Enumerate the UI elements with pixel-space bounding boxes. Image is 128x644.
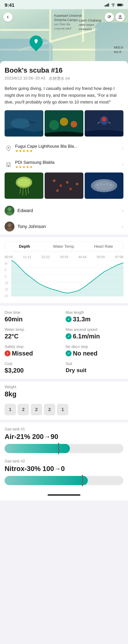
svg-rect-24 (9, 164, 10, 164)
gas-tank-section: Gas tank #1 Air-21% 200→90 Gas tank #2 N… (0, 422, 128, 491)
section-separator-3 (0, 379, 128, 381)
gas-bar-1 (4, 444, 70, 453)
chart-svg-area (11, 260, 124, 296)
external-link-button[interactable] (105, 12, 114, 22)
location-item-pdi[interactable]: PDI Samsung Blabla ★★★★★ › (4, 156, 124, 172)
svg-point-13 (60, 118, 68, 126)
svg-point-47 (100, 183, 101, 185)
location-name-pdi: PDI Samsung Blabla (15, 160, 120, 165)
pin-icon (33, 38, 39, 46)
map-label-laemchabang: Laem Chabangเทศบาลนครแหลมฉบัง (79, 18, 101, 31)
gas-bar-2 (4, 476, 88, 485)
location-info-lighthouse: Fugui Cape Lighthouse Bla Bla... ★★★★★ (15, 144, 120, 153)
svg-point-50 (110, 184, 111, 186)
svg-rect-42 (45, 172, 83, 199)
svg-rect-0 (105, 5, 106, 6)
location-info-pdi: PDI Samsung Blabla ★★★★★ (15, 160, 120, 169)
share-button[interactable] (116, 12, 125, 22)
weight-icon-3: 2 (31, 404, 42, 415)
gas-tank-1-label: Gas tank #1 (4, 422, 124, 432)
svg-point-46 (97, 184, 98, 186)
stat-value-suit: Dry suit (66, 367, 124, 374)
dive-equipment: 水肺潛水 #4 (49, 76, 70, 81)
guide-list: Edward › Tony Johnson › (4, 203, 124, 234)
map-area: Kasetsart UniversitSriracha Campuมหาวิทย… (0, 9, 128, 65)
svg-point-10 (11, 118, 30, 128)
guide-name-tony: Tony Johnson (17, 224, 120, 229)
weight-value: 8kg (4, 390, 124, 398)
gas-bar-2-wrap (4, 476, 124, 485)
svg-point-49 (107, 183, 108, 185)
weight-icon-2: 2 (18, 404, 29, 415)
photo-jellyfish[interactable] (4, 172, 43, 199)
chart-section: Depth Water Temp. Heart Rate 00:00 11:11… (0, 237, 128, 303)
svg-rect-2 (107, 4, 108, 6)
dive-date: 2023/6/12 15:56~20:43 (4, 76, 45, 81)
location-list: Fugui Cape Lighthouse Bla Bla... ★★★★★ ›… (4, 140, 124, 172)
time-label-3: 33:33 (60, 255, 68, 259)
stat-label-water-temp: Water temp. (4, 328, 62, 332)
photo-grid-bottom (4, 172, 124, 199)
y-label-10: 10 (4, 281, 10, 285)
wifi-icon (111, 2, 116, 8)
back-button[interactable] (3, 12, 12, 22)
depth-chart: 00:00 11:11 22:22 33:33 44:44 55:55 67:0… (4, 255, 124, 298)
photo-diver[interactable] (85, 110, 124, 136)
stat-label-dive-time: Dive time (4, 310, 62, 315)
tab-depth[interactable]: Depth (5, 242, 44, 251)
badge-ok-length: ✓ (66, 316, 72, 322)
signal-icon (105, 2, 109, 8)
guide-item-edward[interactable]: Edward › (4, 203, 124, 219)
svg-rect-3 (108, 3, 109, 6)
time-label-6: 67:06 (115, 255, 124, 259)
svg-rect-6 (118, 4, 122, 6)
status-bar: 9:41 (0, 0, 128, 9)
stat-value-water-temp: 22°C (4, 333, 62, 340)
weight-icons-row: 1 2 2 2 1 (4, 404, 124, 415)
time-label-0: 00:00 (4, 255, 13, 259)
chevron-right-icon-2: › (122, 162, 124, 167)
weight-icon-1: 1 (4, 404, 16, 415)
badge-ok-deco: ✓ (66, 350, 72, 356)
weight-icon-4: 2 (44, 404, 55, 415)
tab-water-temp[interactable]: Water Temp. (44, 242, 84, 251)
dive-title: Book's scuba #16 (4, 66, 124, 74)
stat-dive-time: Dive time 60min (4, 310, 62, 323)
time-label-1: 11:11 (23, 255, 31, 259)
stat-value-dive-time: 60min (4, 316, 62, 323)
dive-description: Before going diving, I casually asked my… (4, 85, 124, 106)
location-stars-lighthouse: ★★★★★ (15, 149, 120, 153)
svg-point-30 (17, 178, 30, 186)
map-label-coord1: M00.8พน.8 (114, 45, 123, 54)
gas-tank-2-label: Gas tank #2 (4, 454, 124, 464)
tab-heart-rate[interactable]: Heart Rate (84, 242, 123, 251)
svg-point-14 (71, 121, 77, 128)
guide-item-tony[interactable]: Tony Johnson › (4, 219, 124, 234)
svg-point-52 (102, 185, 103, 186)
stat-safety-stop: Safety stop ! Missed (4, 344, 62, 357)
badge-ok-ascend: ✓ (66, 333, 72, 339)
weight-icon-5: 1 (57, 404, 68, 415)
stat-label-max-length: Max length (66, 310, 124, 315)
photo-ocean[interactable] (4, 110, 43, 136)
chevron-right-icon: › (122, 146, 124, 151)
weight-section: Weight 8kg 1 2 2 2 1 (0, 381, 128, 420)
y-label-5: 5 (4, 275, 10, 278)
stat-label-suit: Suit (66, 362, 124, 366)
location-item-lighthouse[interactable]: Fugui Cape Lighthouse Bla Bla... ★★★★★ › (4, 140, 124, 156)
section-separator-2 (0, 303, 128, 306)
bottom-bar (0, 491, 128, 500)
photo-fish[interactable] (45, 172, 83, 199)
svg-point-48 (103, 184, 105, 185)
time-label-4: 44:44 (78, 255, 87, 259)
svg-rect-18 (102, 122, 107, 125)
photo-school-fish[interactable] (85, 172, 124, 199)
badge-warn-stop: ! (4, 350, 10, 356)
gas-tank-2: Gas tank #2 Nitrox-30% 100→0 (4, 454, 124, 485)
avatar-edward (4, 206, 14, 216)
photo-reef[interactable] (45, 110, 83, 136)
svg-point-51 (99, 186, 100, 186)
avatar-tony (4, 222, 14, 232)
stats-grid: Dive time 60min Max length ✓ 31.3m Water… (4, 310, 124, 374)
gas-tank-1: Gas tank #1 Air-21% 200→90 (4, 422, 124, 453)
